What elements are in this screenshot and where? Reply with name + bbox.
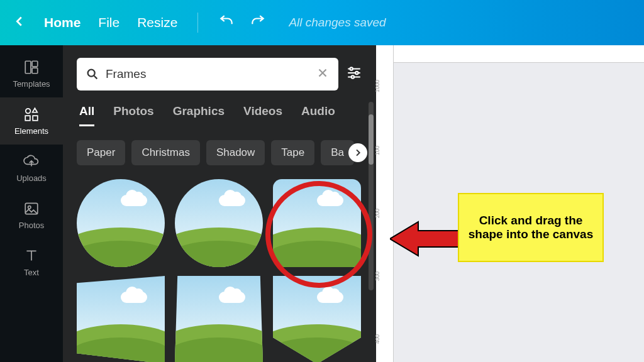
frame-skew[interactable] xyxy=(77,276,165,362)
filter-tabs: All Photos Graphics Videos Audio xyxy=(77,104,362,126)
search-input[interactable] xyxy=(106,67,309,81)
elements-panel: All Photos Graphics Videos Audio Paper C… xyxy=(63,45,376,362)
ruler-mark: 100 xyxy=(374,146,380,155)
svg-point-7 xyxy=(28,206,31,209)
svg-rect-5 xyxy=(33,116,38,121)
ruler-mark: 1000 xyxy=(374,80,380,92)
svg-marker-12 xyxy=(390,222,465,256)
tab-audio[interactable]: Audio xyxy=(301,104,335,126)
topbar: Home File Resize All changes saved xyxy=(0,0,644,45)
ruler-mark: 300 xyxy=(374,272,380,281)
svg-point-8 xyxy=(88,70,95,77)
frames-grid xyxy=(77,179,362,362)
save-status: All changes saved xyxy=(289,16,386,30)
svg-rect-2 xyxy=(32,68,38,74)
divider xyxy=(197,13,198,33)
file-menu[interactable]: File xyxy=(98,15,119,30)
sidebar-item-text[interactable]: Text xyxy=(0,239,63,286)
chip-shadow[interactable]: Shadow xyxy=(206,140,265,165)
sidebar-label: Photos xyxy=(19,221,44,230)
undo-redo-group xyxy=(218,14,266,31)
ruler-vertical: 1000 100 200 300 400 xyxy=(376,45,394,362)
sidebar-label: Uploads xyxy=(16,173,47,183)
sidebar-label: Elements xyxy=(14,126,48,136)
search-box[interactable] xyxy=(77,58,338,90)
search-row xyxy=(77,58,362,90)
annotation-arrow xyxy=(390,217,465,261)
svg-point-9 xyxy=(350,67,353,70)
left-sidebar: Templates Elements Uploads Photos Text xyxy=(0,45,63,362)
sidebar-item-uploads[interactable]: Uploads xyxy=(0,145,63,192)
ruler-mark: 400 xyxy=(374,334,380,344)
frame-circle[interactable] xyxy=(77,179,165,267)
chip-tape[interactable]: Tape xyxy=(271,140,314,165)
tab-graphics[interactable]: Graphics xyxy=(173,104,225,126)
tab-videos[interactable]: Videos xyxy=(243,104,282,126)
svg-point-3 xyxy=(26,109,31,114)
scrollbar-thumb[interactable] xyxy=(369,114,374,165)
svg-rect-0 xyxy=(25,61,31,74)
chip-paper[interactable]: Paper xyxy=(77,140,125,165)
sidebar-item-elements[interactable]: Elements xyxy=(0,97,63,145)
resize-menu[interactable]: Resize xyxy=(137,15,177,30)
frame-portrait[interactable] xyxy=(175,276,263,362)
frame-rounded-square[interactable] xyxy=(273,179,361,267)
ruler-mark: 200 xyxy=(374,209,380,218)
tab-photos[interactable]: Photos xyxy=(113,104,153,126)
sidebar-item-templates[interactable]: Templates xyxy=(0,50,63,97)
chips-next-button[interactable] xyxy=(348,143,367,162)
redo-icon[interactable] xyxy=(250,14,266,31)
search-icon xyxy=(86,67,99,81)
frame-wavy[interactable] xyxy=(175,179,263,267)
svg-rect-1 xyxy=(32,61,38,67)
home-link[interactable]: Home xyxy=(44,15,80,30)
ruler-horizontal xyxy=(394,45,644,63)
undo-icon[interactable] xyxy=(218,14,235,31)
filter-icon[interactable] xyxy=(346,65,362,84)
back-button[interactable] xyxy=(13,14,26,31)
sidebar-item-photos[interactable]: Photos xyxy=(0,192,63,239)
sidebar-label: Templates xyxy=(13,79,50,89)
sidebar-label: Text xyxy=(24,268,39,277)
suggestion-chips: Paper Christmas Shadow Tape Ba xyxy=(77,140,362,165)
clear-search-icon[interactable] xyxy=(316,66,330,82)
tab-all[interactable]: All xyxy=(79,104,94,126)
svg-point-11 xyxy=(352,75,354,78)
panel-scrollbar[interactable] xyxy=(369,102,374,290)
annotation-callout: Click and drag the shape into the canvas xyxy=(458,193,604,262)
frame-banner[interactable] xyxy=(273,276,361,362)
chip-christmas[interactable]: Christmas xyxy=(131,140,200,165)
svg-rect-4 xyxy=(25,116,30,121)
svg-point-10 xyxy=(355,72,358,74)
